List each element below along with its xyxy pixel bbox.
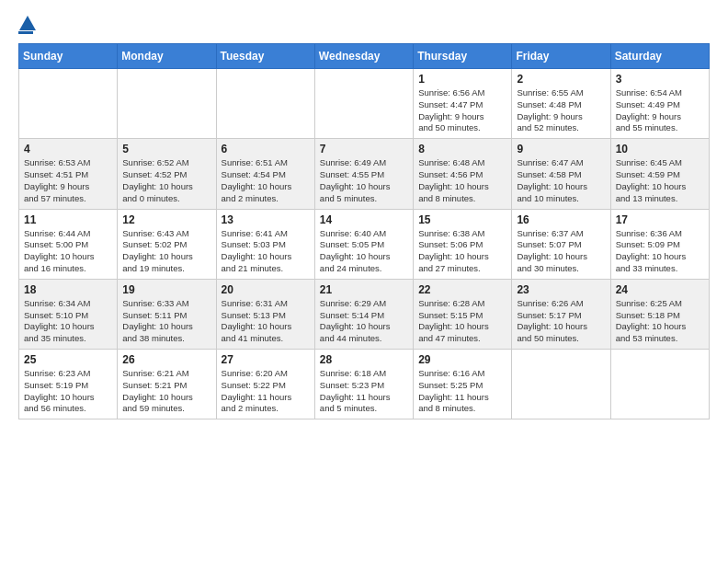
weekday-thursday: Thursday [414,44,512,69]
day-cell: 4Sunrise: 6:53 AM Sunset: 4:51 PM Daylig… [19,139,118,209]
day-info: Sunrise: 6:16 AM Sunset: 5:25 PM Dayligh… [418,368,506,415]
day-number: 15 [418,213,506,226]
week-row-1: 1Sunrise: 6:56 AM Sunset: 4:47 PM Daylig… [19,69,710,139]
day-info: Sunrise: 6:29 AM Sunset: 5:14 PM Dayligh… [320,298,408,345]
day-cell: 20Sunrise: 6:31 AM Sunset: 5:13 PM Dayli… [216,279,314,349]
day-number: 13 [222,213,310,226]
day-cell [118,69,216,139]
day-info: Sunrise: 6:48 AM Sunset: 4:56 PM Dayligh… [418,157,506,204]
day-cell: 3Sunrise: 6:54 AM Sunset: 4:49 PM Daylig… [610,69,709,139]
weekday-saturday: Saturday [610,44,709,69]
day-cell: 6Sunrise: 6:51 AM Sunset: 4:54 PM Daylig… [216,139,314,209]
day-number: 18 [24,283,112,296]
day-cell: 2Sunrise: 6:55 AM Sunset: 4:48 PM Daylig… [512,69,610,139]
day-info: Sunrise: 6:33 AM Sunset: 5:11 PM Dayligh… [122,298,210,345]
week-row-3: 11Sunrise: 6:44 AM Sunset: 5:00 PM Dayli… [19,209,710,279]
day-info: Sunrise: 6:37 AM Sunset: 5:07 PM Dayligh… [517,228,605,275]
day-number: 25 [24,353,112,366]
day-number: 6 [222,143,310,155]
day-info: Sunrise: 6:56 AM Sunset: 4:47 PM Dayligh… [418,87,506,134]
page: SundayMondayTuesdayWednesdayThursdayFrid… [0,0,728,429]
weekday-friday: Friday [512,44,610,69]
day-info: Sunrise: 6:25 AM Sunset: 5:18 PM Dayligh… [616,298,704,345]
weekday-tuesday: Tuesday [216,44,314,69]
day-cell [314,69,413,139]
logo-text [18,15,36,31]
day-number: 9 [517,143,605,155]
day-info: Sunrise: 6:53 AM Sunset: 4:51 PM Dayligh… [24,157,112,204]
day-info: Sunrise: 6:45 AM Sunset: 4:59 PM Dayligh… [616,157,704,204]
day-number: 22 [418,283,506,296]
day-number: 29 [418,353,506,366]
day-number: 8 [418,143,506,155]
day-cell: 15Sunrise: 6:38 AM Sunset: 5:06 PM Dayli… [414,209,512,279]
day-cell: 22Sunrise: 6:28 AM Sunset: 5:15 PM Dayli… [414,279,512,349]
weekday-header-row: SundayMondayTuesdayWednesdayThursdayFrid… [19,44,710,69]
day-info: Sunrise: 6:41 AM Sunset: 5:03 PM Dayligh… [222,228,310,275]
day-number: 21 [320,283,408,296]
day-info: Sunrise: 6:26 AM Sunset: 5:17 PM Dayligh… [517,298,605,345]
day-info: Sunrise: 6:49 AM Sunset: 4:55 PM Dayligh… [320,157,408,204]
day-cell: 8Sunrise: 6:48 AM Sunset: 4:56 PM Daylig… [414,139,512,209]
day-cell: 1Sunrise: 6:56 AM Sunset: 4:47 PM Daylig… [414,69,512,139]
day-number: 2 [517,73,605,86]
day-cell: 28Sunrise: 6:18 AM Sunset: 5:23 PM Dayli… [314,350,413,419]
day-number: 11 [24,213,112,226]
day-number: 16 [517,213,605,226]
day-cell: 12Sunrise: 6:43 AM Sunset: 5:02 PM Dayli… [118,209,216,279]
day-info: Sunrise: 6:43 AM Sunset: 5:02 PM Dayligh… [122,228,210,275]
day-info: Sunrise: 6:21 AM Sunset: 5:21 PM Dayligh… [122,368,210,415]
day-info: Sunrise: 6:51 AM Sunset: 4:54 PM Dayligh… [222,157,310,204]
day-cell: 17Sunrise: 6:36 AM Sunset: 5:09 PM Dayli… [610,209,709,279]
day-cell: 29Sunrise: 6:16 AM Sunset: 5:25 PM Dayli… [414,350,512,419]
day-cell: 21Sunrise: 6:29 AM Sunset: 5:14 PM Dayli… [314,279,413,349]
day-cell: 11Sunrise: 6:44 AM Sunset: 5:00 PM Dayli… [19,209,118,279]
logo [18,15,36,34]
day-cell: 18Sunrise: 6:34 AM Sunset: 5:10 PM Dayli… [19,279,118,349]
day-info: Sunrise: 6:52 AM Sunset: 4:52 PM Dayligh… [122,157,210,204]
logo-icon [19,15,36,31]
day-cell: 27Sunrise: 6:20 AM Sunset: 5:22 PM Dayli… [216,350,314,419]
day-cell: 5Sunrise: 6:52 AM Sunset: 4:52 PM Daylig… [118,139,216,209]
day-cell: 10Sunrise: 6:45 AM Sunset: 4:59 PM Dayli… [610,139,709,209]
day-cell: 23Sunrise: 6:26 AM Sunset: 5:17 PM Dayli… [512,279,610,349]
day-number: 28 [320,353,408,366]
day-info: Sunrise: 6:44 AM Sunset: 5:00 PM Dayligh… [24,228,112,275]
week-row-2: 4Sunrise: 6:53 AM Sunset: 4:51 PM Daylig… [19,139,710,209]
day-info: Sunrise: 6:34 AM Sunset: 5:10 PM Dayligh… [24,298,112,345]
day-cell [19,69,118,139]
day-cell [216,69,314,139]
day-info: Sunrise: 6:28 AM Sunset: 5:15 PM Dayligh… [418,298,506,345]
day-info: Sunrise: 6:47 AM Sunset: 4:58 PM Dayligh… [517,157,605,204]
day-cell [512,350,610,419]
day-cell: 24Sunrise: 6:25 AM Sunset: 5:18 PM Dayli… [610,279,709,349]
day-cell: 19Sunrise: 6:33 AM Sunset: 5:11 PM Dayli… [118,279,216,349]
day-cell: 7Sunrise: 6:49 AM Sunset: 4:55 PM Daylig… [314,139,413,209]
day-number: 14 [320,213,408,226]
day-info: Sunrise: 6:18 AM Sunset: 5:23 PM Dayligh… [320,368,408,415]
day-cell: 14Sunrise: 6:40 AM Sunset: 5:05 PM Dayli… [314,209,413,279]
day-cell: 16Sunrise: 6:37 AM Sunset: 5:07 PM Dayli… [512,209,610,279]
day-number: 24 [616,283,704,296]
day-info: Sunrise: 6:20 AM Sunset: 5:22 PM Dayligh… [222,368,310,415]
svg-marker-0 [19,16,36,30]
day-cell: 9Sunrise: 6:47 AM Sunset: 4:58 PM Daylig… [512,139,610,209]
day-number: 1 [418,73,506,86]
day-number: 12 [122,213,210,226]
weekday-monday: Monday [118,44,216,69]
day-info: Sunrise: 6:54 AM Sunset: 4:49 PM Dayligh… [616,87,704,134]
day-number: 4 [24,143,112,155]
day-info: Sunrise: 6:40 AM Sunset: 5:05 PM Dayligh… [320,228,408,275]
day-number: 17 [616,213,704,226]
day-info: Sunrise: 6:55 AM Sunset: 4:48 PM Dayligh… [517,87,605,134]
calendar: SundayMondayTuesdayWednesdayThursdayFrid… [18,43,710,419]
day-info: Sunrise: 6:23 AM Sunset: 5:19 PM Dayligh… [24,368,112,415]
day-number: 19 [122,283,210,296]
day-cell: 25Sunrise: 6:23 AM Sunset: 5:19 PM Dayli… [19,350,118,419]
week-row-4: 18Sunrise: 6:34 AM Sunset: 5:10 PM Dayli… [19,279,710,349]
day-number: 23 [517,283,605,296]
day-cell: 26Sunrise: 6:21 AM Sunset: 5:21 PM Dayli… [118,350,216,419]
day-number: 20 [222,283,310,296]
day-info: Sunrise: 6:36 AM Sunset: 5:09 PM Dayligh… [616,228,704,275]
day-number: 26 [122,353,210,366]
